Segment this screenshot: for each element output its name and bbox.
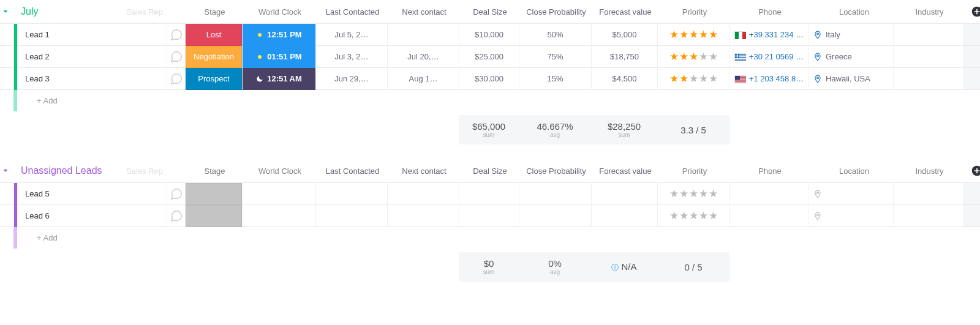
stage-cell[interactable]: Prospect [185,68,242,90]
column-header-priority[interactable]: Priority [658,159,731,182]
group-title[interactable]: Unassigned Leads [21,165,102,176]
column-header-forecast-value[interactable]: Forecast value [592,159,658,182]
deal-size-cell[interactable] [459,205,519,227]
forecast-value-cell[interactable]: $5,000 [591,24,657,46]
chat-icon[interactable] [167,46,185,68]
next-contact-cell[interactable]: Aug 1… [387,68,459,90]
star-icon[interactable]: ★ [689,209,699,222]
star-icon[interactable]: ★ [709,209,718,222]
world-clock-cell[interactable]: 01:51 PM [242,46,315,68]
group-toggle[interactable] [0,0,13,23]
column-header-deal-size[interactable]: Deal Size [460,159,520,182]
column-header-location[interactable]: Location [809,0,894,23]
close-probability-cell[interactable]: 15% [519,68,591,90]
location-cell[interactable] [808,205,893,227]
next-contact-cell[interactable]: Jul 20,… [387,46,459,68]
world-clock-cell[interactable] [242,183,315,205]
table-row[interactable]: Lead 6★★★★★ [0,204,980,226]
table-row[interactable]: Lead 5★★★★★ [0,182,980,204]
column-header-phone[interactable]: Phone [731,159,809,182]
column-header-close-probability[interactable]: Close Probability [520,159,592,182]
item-name[interactable]: Lead 5 [25,189,167,198]
phone-cell[interactable]: +39 331 234 … [729,24,808,46]
group-title[interactable]: July [21,6,38,17]
star-icon[interactable]: ★ [669,72,679,85]
star-icon[interactable]: ★ [669,50,679,63]
chat-icon[interactable] [167,24,185,46]
item-name[interactable]: Lead 2 [25,52,167,61]
column-header-next-contact[interactable]: Next contact [388,0,460,23]
last-contacted-cell[interactable]: Jul 3, 2… [315,46,387,68]
star-icon[interactable]: ★ [709,50,718,63]
phone-number[interactable]: +1 203 458 8… [749,74,804,83]
column-header-deal-size[interactable]: Deal Size [460,0,520,23]
star-icon[interactable]: ★ [679,50,689,63]
star-icon[interactable]: ★ [669,187,679,200]
deal-size-cell[interactable]: $30,000 [459,68,519,90]
industry-cell[interactable] [893,205,963,227]
industry-cell[interactable] [893,68,963,90]
chat-icon[interactable] [167,205,185,227]
phone-cell[interactable]: +1 203 458 8… [729,68,808,90]
column-header-next-contact[interactable]: Next contact [388,159,460,182]
stage-cell[interactable]: Negotiation [185,46,242,68]
column-header-industry[interactable]: Industry [894,0,965,23]
table-row[interactable]: Lead 1Lost12:51 PMJul 5, 2…$10,00050%$5,… [0,23,980,45]
column-header-last-contacted[interactable]: Last Contacted [317,159,388,182]
priority-cell[interactable]: ★★★★★ [657,183,729,205]
star-icon[interactable]: ★ [699,28,709,41]
next-contact-cell[interactable] [387,183,459,205]
phone-cell[interactable] [729,183,808,205]
forecast-value-cell[interactable] [591,183,657,205]
table-row[interactable]: Lead 2Negotiation01:51 PMJul 3, 2…Jul 20… [0,45,980,67]
close-probability-cell[interactable]: 50% [519,24,591,46]
column-header-priority[interactable]: Priority [658,0,731,23]
column-header-salesrep[interactable]: Sales Rep [126,166,168,176]
world-clock-cell[interactable]: 12:51 AM [242,68,315,90]
star-icon[interactable]: ★ [699,72,709,85]
close-probability-cell[interactable] [519,205,591,227]
column-header-clock[interactable]: World Clock [243,159,317,182]
forecast-value-cell[interactable] [591,205,657,227]
item-name[interactable]: Lead 3 [25,74,167,83]
group-toggle[interactable] [0,159,13,182]
star-icon[interactable]: ★ [689,28,699,41]
forecast-value-cell[interactable]: $18,750 [591,46,657,68]
column-header-phone[interactable]: Phone [731,0,809,23]
star-icon[interactable]: ★ [669,209,679,222]
forecast-value-cell[interactable]: $4,500 [591,68,657,90]
industry-cell[interactable] [893,24,963,46]
column-header-salesrep[interactable]: Sales Rep [126,7,168,17]
stage-cell[interactable] [185,205,242,227]
location-cell[interactable]: Italy [808,24,893,46]
next-contact-cell[interactable] [387,24,459,46]
column-header-location[interactable]: Location [809,159,894,182]
star-icon[interactable]: ★ [699,50,709,63]
phone-cell[interactable]: +30 21 0569 … [729,46,808,68]
column-header-close-probability[interactable]: Close Probability [520,0,592,23]
column-header-stage[interactable]: Stage [186,0,243,23]
star-icon[interactable]: ★ [689,72,699,85]
star-icon[interactable]: ★ [709,187,718,200]
star-icon[interactable]: ★ [679,28,689,41]
location-cell[interactable]: Hawaii, USA [808,68,893,90]
location-cell[interactable] [808,183,893,205]
chat-icon[interactable] [167,183,185,205]
industry-cell[interactable] [893,183,963,205]
close-probability-cell[interactable] [519,183,591,205]
priority-cell[interactable]: ★★★★★ [657,24,729,46]
column-header-last-contacted[interactable]: Last Contacted [317,0,388,23]
world-clock-cell[interactable] [242,205,315,227]
item-name[interactable]: Lead 6 [25,211,167,220]
stage-cell[interactable] [185,183,242,205]
phone-number[interactable]: +39 331 234 … [749,30,804,39]
stage-cell[interactable]: Lost [185,24,242,46]
star-icon[interactable]: ★ [669,28,679,41]
column-header-stage[interactable]: Stage [186,159,243,182]
star-icon[interactable]: ★ [689,187,699,200]
add-column-button[interactable] [965,0,980,23]
star-icon[interactable]: ★ [709,72,718,85]
last-contacted-cell[interactable]: Jul 5, 2… [315,24,387,46]
close-probability-cell[interactable]: 75% [519,46,591,68]
table-row[interactable]: Lead 3Prospect12:51 AMJun 29,…Aug 1…$30,… [0,67,980,89]
